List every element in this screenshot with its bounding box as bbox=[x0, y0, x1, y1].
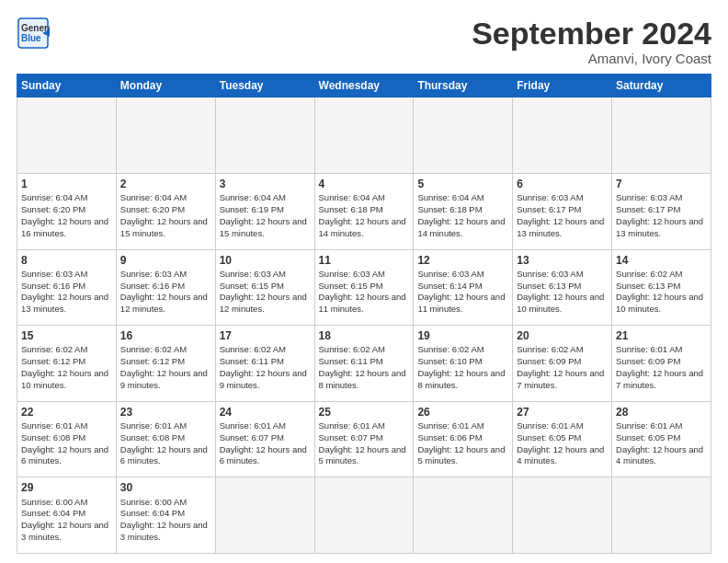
daylight-text: Daylight: 12 hours and 13 minutes. bbox=[21, 292, 108, 314]
calendar-cell: 14Sunrise: 6:02 AMSunset: 6:13 PMDayligh… bbox=[612, 249, 711, 326]
daylight-text: Daylight: 12 hours and 9 minutes. bbox=[120, 368, 208, 390]
sunset-text: Sunset: 6:04 PM bbox=[120, 508, 185, 518]
calendar-cell: 28Sunrise: 6:01 AMSunset: 6:05 PMDayligh… bbox=[612, 401, 711, 477]
day-number: 15 bbox=[21, 328, 112, 343]
calendar-cell bbox=[612, 477, 711, 554]
calendar-cell bbox=[215, 477, 314, 554]
calendar-cell: 20Sunrise: 6:02 AMSunset: 6:09 PMDayligh… bbox=[513, 326, 612, 402]
calendar-cell bbox=[513, 98, 612, 174]
calendar-cell bbox=[414, 477, 513, 554]
daylight-text: Daylight: 12 hours and 7 minutes. bbox=[616, 368, 703, 390]
calendar-cell: 8Sunrise: 6:03 AMSunset: 6:16 PMDaylight… bbox=[17, 249, 117, 326]
sunset-text: Sunset: 6:06 PM bbox=[417, 432, 482, 442]
day-number: 21 bbox=[616, 328, 707, 343]
day-number: 18 bbox=[319, 328, 410, 343]
daylight-text: Daylight: 12 hours and 6 minutes. bbox=[120, 444, 208, 466]
calendar-cell: 4Sunrise: 6:04 AMSunset: 6:18 PMDaylight… bbox=[314, 173, 414, 249]
day-number: 19 bbox=[417, 328, 508, 343]
daylight-text: Daylight: 12 hours and 13 minutes. bbox=[616, 216, 703, 238]
calendar-cell: 3Sunrise: 6:04 AMSunset: 6:19 PMDaylight… bbox=[215, 173, 314, 249]
sunrise-text: Sunrise: 6:03 AM bbox=[517, 192, 583, 202]
sunset-text: Sunset: 6:18 PM bbox=[417, 204, 482, 214]
sunrise-text: Sunrise: 6:01 AM bbox=[417, 420, 483, 431]
daylight-text: Daylight: 12 hours and 8 minutes. bbox=[417, 368, 505, 390]
sunset-text: Sunset: 6:19 PM bbox=[220, 204, 284, 214]
sunset-text: Sunset: 6:17 PM bbox=[517, 204, 581, 214]
calendar-cell: 15Sunrise: 6:02 AMSunset: 6:12 PMDayligh… bbox=[17, 326, 117, 402]
day-number: 20 bbox=[517, 328, 608, 343]
sunrise-text: Sunrise: 6:04 AM bbox=[319, 192, 385, 202]
calendar-cell bbox=[513, 477, 612, 554]
weekday-header-thursday: Thursday bbox=[414, 75, 513, 98]
day-number: 29 bbox=[21, 480, 112, 495]
location-title: Amanvi, Ivory Coast bbox=[472, 51, 711, 66]
weekday-header-sunday: Sunday bbox=[17, 75, 117, 98]
daylight-text: Daylight: 12 hours and 13 minutes. bbox=[517, 216, 604, 238]
calendar-cell: 18Sunrise: 6:02 AMSunset: 6:11 PMDayligh… bbox=[314, 326, 414, 402]
day-number: 6 bbox=[517, 177, 608, 191]
calendar-cell: 13Sunrise: 6:03 AMSunset: 6:13 PMDayligh… bbox=[513, 249, 612, 326]
day-number: 8 bbox=[21, 253, 112, 268]
month-title: September 2024 bbox=[472, 17, 711, 51]
calendar-cell: 25Sunrise: 6:01 AMSunset: 6:07 PMDayligh… bbox=[314, 401, 414, 477]
day-number: 14 bbox=[616, 253, 707, 268]
sunset-text: Sunset: 6:16 PM bbox=[120, 281, 185, 291]
sunrise-text: Sunrise: 6:03 AM bbox=[417, 269, 483, 279]
sunrise-text: Sunrise: 6:03 AM bbox=[120, 269, 187, 279]
calendar-week-2: 8Sunrise: 6:03 AMSunset: 6:16 PMDaylight… bbox=[17, 249, 711, 326]
sunset-text: Sunset: 6:05 PM bbox=[616, 432, 680, 442]
sunset-text: Sunset: 6:17 PM bbox=[616, 204, 680, 214]
sunrise-text: Sunrise: 6:02 AM bbox=[417, 344, 483, 354]
sunrise-text: Sunrise: 6:02 AM bbox=[517, 344, 583, 354]
sunrise-text: Sunrise: 6:03 AM bbox=[319, 269, 385, 279]
calendar-cell: 16Sunrise: 6:02 AMSunset: 6:12 PMDayligh… bbox=[116, 326, 215, 402]
calendar-cell: 26Sunrise: 6:01 AMSunset: 6:06 PMDayligh… bbox=[414, 401, 513, 477]
sunset-text: Sunset: 6:15 PM bbox=[319, 281, 383, 291]
daylight-text: Daylight: 12 hours and 16 minutes. bbox=[21, 216, 108, 238]
calendar-cell: 21Sunrise: 6:01 AMSunset: 6:09 PMDayligh… bbox=[612, 326, 711, 402]
calendar-week-1: 1Sunrise: 6:04 AMSunset: 6:20 PMDaylight… bbox=[17, 173, 711, 249]
daylight-text: Daylight: 12 hours and 10 minutes. bbox=[517, 292, 604, 314]
day-number: 13 bbox=[517, 253, 608, 268]
calendar-cell: 9Sunrise: 6:03 AMSunset: 6:16 PMDaylight… bbox=[116, 249, 215, 326]
sunrise-text: Sunrise: 6:02 AM bbox=[120, 344, 187, 354]
daylight-text: Daylight: 12 hours and 10 minutes. bbox=[616, 292, 703, 314]
day-number: 27 bbox=[517, 405, 608, 419]
calendar-cell: 6Sunrise: 6:03 AMSunset: 6:17 PMDaylight… bbox=[513, 173, 612, 249]
sunrise-text: Sunrise: 6:02 AM bbox=[319, 344, 385, 354]
sunset-text: Sunset: 6:08 PM bbox=[120, 432, 185, 442]
sunrise-text: Sunrise: 6:01 AM bbox=[616, 420, 682, 431]
daylight-text: Daylight: 12 hours and 12 minutes. bbox=[120, 292, 208, 314]
day-number: 17 bbox=[220, 328, 311, 343]
daylight-text: Daylight: 12 hours and 10 minutes. bbox=[21, 368, 108, 390]
sunrise-text: Sunrise: 6:03 AM bbox=[220, 269, 286, 279]
daylight-text: Daylight: 12 hours and 15 minutes. bbox=[220, 216, 307, 238]
daylight-text: Daylight: 12 hours and 11 minutes. bbox=[319, 292, 406, 314]
calendar-cell bbox=[612, 98, 711, 174]
daylight-text: Daylight: 12 hours and 6 minutes. bbox=[21, 444, 108, 466]
sunset-text: Sunset: 6:08 PM bbox=[21, 432, 85, 442]
calendar-cell: 24Sunrise: 6:01 AMSunset: 6:07 PMDayligh… bbox=[215, 401, 314, 477]
sunrise-text: Sunrise: 6:04 AM bbox=[417, 192, 483, 202]
sunrise-text: Sunrise: 6:02 AM bbox=[21, 344, 87, 354]
daylight-text: Daylight: 12 hours and 4 minutes. bbox=[517, 444, 604, 466]
calendar-cell: 23Sunrise: 6:01 AMSunset: 6:08 PMDayligh… bbox=[116, 401, 215, 477]
calendar-cell: 11Sunrise: 6:03 AMSunset: 6:15 PMDayligh… bbox=[314, 249, 414, 326]
calendar-cell: 7Sunrise: 6:03 AMSunset: 6:17 PMDaylight… bbox=[612, 173, 711, 249]
weekday-header-monday: Monday bbox=[116, 75, 215, 98]
sunrise-text: Sunrise: 6:04 AM bbox=[120, 192, 187, 202]
day-number: 16 bbox=[120, 328, 211, 343]
weekday-header-tuesday: Tuesday bbox=[215, 75, 314, 98]
calendar-week-5: 29Sunrise: 6:00 AMSunset: 6:04 PMDayligh… bbox=[17, 477, 711, 554]
sunset-text: Sunset: 6:13 PM bbox=[616, 281, 680, 291]
sunrise-text: Sunrise: 6:00 AM bbox=[21, 497, 87, 507]
day-number: 4 bbox=[319, 177, 410, 191]
sunset-text: Sunset: 6:16 PM bbox=[21, 281, 85, 291]
daylight-text: Daylight: 12 hours and 9 minutes. bbox=[220, 368, 307, 390]
calendar-cell: 12Sunrise: 6:03 AMSunset: 6:14 PMDayligh… bbox=[414, 249, 513, 326]
daylight-text: Daylight: 12 hours and 14 minutes. bbox=[417, 216, 505, 238]
day-number: 3 bbox=[220, 177, 311, 191]
sunset-text: Sunset: 6:07 PM bbox=[319, 432, 383, 442]
calendar-cell: 17Sunrise: 6:02 AMSunset: 6:11 PMDayligh… bbox=[215, 326, 314, 402]
calendar-cell bbox=[116, 98, 215, 174]
